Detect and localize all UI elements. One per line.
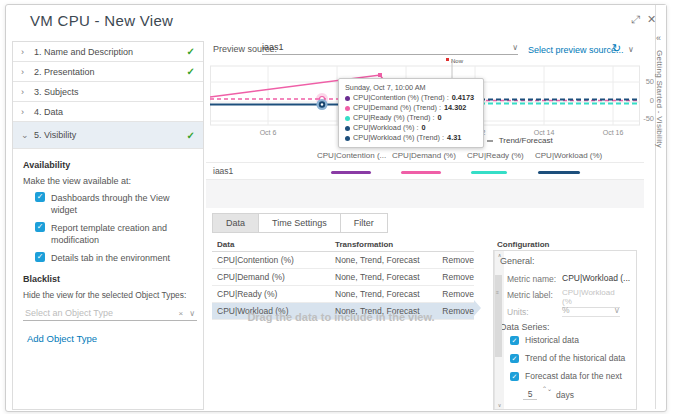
- page-title: VM CPU - New View: [30, 12, 173, 29]
- preview-source-select[interactable]: iaas1 ∨: [262, 42, 518, 55]
- svg-text:Oct 16: Oct 16: [603, 129, 624, 136]
- tooltip-row: CPU|Ready (%) (Trend) : 0: [345, 113, 477, 123]
- availability-option-dashboards: ✓ Dashboards through the View widget: [35, 192, 193, 216]
- add-object-type-link[interactable]: Add Object Type: [27, 333, 97, 344]
- y-tick-50: 50: [640, 77, 654, 86]
- option-label: Report template creation and modificatio…: [51, 222, 171, 246]
- step-label: 1. Name and Description: [34, 47, 133, 57]
- collapse-icon[interactable]: «: [656, 33, 661, 43]
- step-subjects[interactable]: › 3. Subjects: [13, 82, 203, 102]
- step-name-and-description[interactable]: › 1. Name and Description ✓: [13, 42, 203, 62]
- refresh-icon[interactable]: ↻: [612, 42, 621, 55]
- tooltip-label: CPU|Workload (%) (Trend) :: [353, 133, 444, 143]
- checkbox-checked[interactable]: ✓: [35, 192, 45, 202]
- ready-swatch: [471, 171, 507, 174]
- availability-title: Availability: [23, 160, 193, 170]
- configuration-panel: General: Metric name: CPU|Workload (... …: [493, 250, 637, 410]
- metric-name-label: Metric name:: [507, 274, 556, 284]
- option-label: Details tab in the environment: [51, 252, 171, 264]
- demand-peak-marker: [378, 73, 382, 77]
- data-series-label: Data Series:: [500, 322, 550, 332]
- chevron-down-icon: ⌄: [21, 130, 28, 140]
- chevron-right-icon: ›: [21, 107, 28, 117]
- tooltip-row: CPU|Demand (%) (Trend) : 14.302: [345, 103, 477, 113]
- workload-swatch: [538, 171, 580, 174]
- step-complete-icon: ✓: [187, 46, 195, 57]
- legend-col-contention: CPU|Contention (...: [317, 151, 386, 160]
- checkbox-checked[interactable]: ✓: [35, 222, 45, 232]
- y-tick-0: 0: [640, 96, 654, 105]
- select-preview-source-link[interactable]: Select preview source...: [528, 45, 624, 55]
- tooltip-label: CPU|Workload (%) :: [353, 123, 418, 133]
- table-row-demand[interactable]: CPU|Demand (%) None, Trend, Forecast Rem…: [212, 269, 474, 286]
- step-data[interactable]: › 4. Data: [13, 102, 203, 122]
- remove-link[interactable]: Remove: [434, 289, 474, 299]
- wizard-steps-panel: › 1. Name and Description ✓ › 2. Present…: [12, 41, 204, 410]
- tooltip-date: Sunday, Oct 7, 10:00 AM: [345, 83, 477, 93]
- series-dot: [345, 106, 350, 111]
- remove-link[interactable]: Remove: [434, 272, 474, 282]
- tab-data[interactable]: Data: [212, 213, 259, 233]
- step-label: 5. Visibility: [34, 130, 76, 140]
- cell-data: CPU|Contention (%): [212, 255, 335, 265]
- metric-label-label: Metric label:: [507, 290, 553, 300]
- clear-icon[interactable]: ×: [178, 309, 183, 318]
- forecast-days-input[interactable]: 5: [523, 389, 537, 400]
- svg-text:Oct 14: Oct 14: [534, 129, 555, 136]
- chevron-right-icon: ›: [21, 47, 28, 57]
- units-label: Units:: [507, 307, 529, 317]
- blacklist-text: Hide the view for the selected Object Ty…: [23, 290, 193, 300]
- stepper-arrows-icon[interactable]: ⌃⌄: [542, 387, 552, 392]
- tab-time-settings[interactable]: Time Settings: [258, 213, 341, 233]
- legend-col-ready: CPU|Ready (%): [467, 151, 524, 160]
- tooltip-row: CPU|Workload (%) : 0: [345, 123, 477, 133]
- legend-footer-band: [206, 180, 644, 208]
- chevron-down-icon: ∨: [512, 43, 518, 52]
- cell-transformation: None, Trend, Forecast: [335, 255, 434, 265]
- remove-link[interactable]: Remove: [434, 255, 474, 265]
- header-transformation: Transformation: [335, 240, 474, 249]
- availability-option-details-tab: ✓ Details tab in the environment: [35, 252, 193, 264]
- general-label: General:: [500, 256, 535, 266]
- checkbox-checked[interactable]: ✓: [35, 252, 45, 262]
- demand-swatch: [401, 171, 441, 174]
- tooltip-label: CPU|Demand (%) (Trend) :: [353, 103, 441, 113]
- chevron-down-icon[interactable]: ∨: [628, 45, 634, 54]
- checkbox-checked[interactable]: ✓: [510, 354, 519, 363]
- cell-data: CPU|Ready (%): [212, 289, 335, 299]
- option-label: Trend of the historical data: [525, 353, 625, 363]
- tab-filter[interactable]: Filter: [340, 213, 388, 233]
- legend-object-name: iaas1: [213, 166, 233, 176]
- object-type-select[interactable]: Select an Object Type × ∨: [23, 306, 197, 321]
- metric-name-value: CPU|Workload (...: [562, 273, 630, 283]
- getting-started-label: Getting Started - Visibility: [655, 50, 664, 148]
- option-trend: ✓ Trend of the historical data: [510, 353, 625, 363]
- step-complete-icon: ✓: [187, 130, 195, 141]
- table-row-contention[interactable]: CPU|Contention (%) None, Trend, Forecast…: [212, 252, 474, 269]
- option-label: Historical data: [525, 335, 579, 345]
- scrollbar-thumb[interactable]: [495, 275, 502, 357]
- step-visibility[interactable]: ⌄ 5. Visibility ✓: [13, 122, 203, 149]
- scroll-up-icon[interactable]: ∧: [495, 252, 504, 258]
- units-value: %: [562, 305, 614, 315]
- series-dot: [345, 96, 350, 101]
- resize-icon[interactable]: ⤢: [631, 13, 640, 26]
- table-row-ready[interactable]: CPU|Ready (%) None, Trend, Forecast Remo…: [212, 286, 474, 303]
- blacklist-title: Blacklist: [23, 274, 193, 284]
- now-dot-icon: [446, 58, 449, 61]
- checkbox-checked[interactable]: ✓: [510, 336, 519, 345]
- series-dot: [345, 116, 350, 121]
- legend-col-workload: CPU|Workload (%): [535, 151, 602, 160]
- chevron-down-icon[interactable]: ∨: [189, 309, 195, 318]
- step-presentation[interactable]: › 2. Presentation ✓: [13, 62, 203, 82]
- checkbox-checked[interactable]: ✓: [510, 372, 519, 381]
- units-select[interactable]: % ∨: [562, 305, 620, 317]
- data-table: Data Transformation CPU|Contention (%) N…: [212, 238, 474, 320]
- option-label: Forecast data for the next: [525, 371, 622, 381]
- scroll-down-icon[interactable]: ∨: [495, 402, 504, 408]
- chevron-down-icon: ∨: [614, 305, 620, 315]
- chevron-right-icon: ›: [21, 67, 28, 77]
- table-header: Data Transformation: [212, 238, 474, 252]
- option-forecast: ✓ Forecast data for the next: [510, 371, 622, 381]
- step-label: 4. Data: [34, 107, 63, 117]
